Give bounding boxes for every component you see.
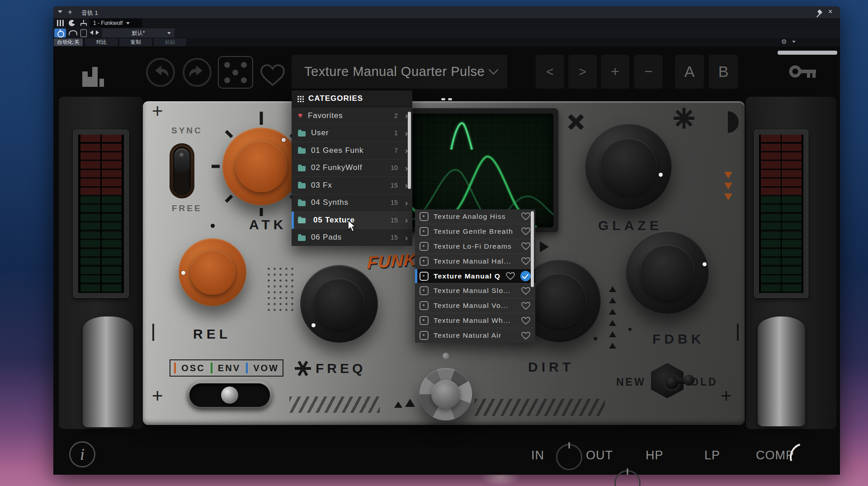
heart-outline-icon[interactable] xyxy=(521,227,531,236)
heart-outline-icon[interactable] xyxy=(521,331,531,340)
new-label: NEW xyxy=(616,376,646,388)
preset-combo-arrow-icon[interactable] xyxy=(167,32,171,34)
save-preset-button[interactable]: + xyxy=(601,55,629,89)
fdbk-knob[interactable] xyxy=(626,231,709,314)
rel-knob[interactable] xyxy=(179,238,246,306)
heart-icon: ♥ xyxy=(298,112,302,119)
ab-slot-b-button[interactable]: B xyxy=(709,55,738,89)
heart-outline-icon[interactable] xyxy=(521,302,531,310)
preset-item[interactable]: Texture Analog Hiss xyxy=(415,209,535,224)
osc-color-bar xyxy=(174,363,176,373)
preset-label: Texture Manual Hal... xyxy=(434,257,516,265)
grid-icon xyxy=(297,95,304,102)
horizontal-scrollbar[interactable] xyxy=(778,51,837,55)
right-foot-cylinder xyxy=(758,316,805,426)
center-metal-knob[interactable] xyxy=(420,368,472,420)
freq-knob[interactable] xyxy=(300,265,378,343)
category-label: 03 Fx xyxy=(311,181,382,190)
routing-icon[interactable] xyxy=(80,19,88,27)
redo-button[interactable] xyxy=(183,58,212,87)
folder-icon xyxy=(298,218,306,223)
preset-label: Texture Lo-Fi Dreams xyxy=(434,242,516,250)
morph-slider-handle[interactable] xyxy=(221,387,238,404)
in-knob[interactable] xyxy=(556,444,582,470)
instrument-slot-label: 1 - Funkwolf xyxy=(93,20,123,26)
sync-free-toggle[interactable] xyxy=(170,143,194,198)
atk-knob[interactable] xyxy=(222,127,300,205)
category-item-favorites[interactable]: ♥ Favorites 2 › xyxy=(292,107,412,125)
instrument-slot-dropdown[interactable]: 1 - Funkwolf xyxy=(90,19,142,28)
window-collapse-icon[interactable] xyxy=(58,10,62,13)
gear-icon[interactable]: ⚙ xyxy=(781,38,787,45)
mode-selector[interactable]: OSC ENV VOW xyxy=(170,359,283,377)
paste-button[interactable]: 粘贴 xyxy=(154,38,186,46)
channel-strip-icon[interactable] xyxy=(57,20,64,26)
randomize-dice-button[interactable] xyxy=(218,56,253,89)
heart-outline-icon[interactable] xyxy=(521,316,531,325)
copy-button[interactable]: 复制 xyxy=(119,38,152,46)
osc-label[interactable]: OSC xyxy=(181,363,205,373)
daw-preset-combo[interactable]: 默认* xyxy=(102,28,175,38)
license-key-icon[interactable] xyxy=(789,62,817,80)
hatch-decoration xyxy=(475,399,605,416)
add-track-button[interactable]: + xyxy=(68,8,72,17)
category-count: 10 xyxy=(387,164,398,171)
category-item-fx[interactable]: 03 Fx 15 › xyxy=(292,177,412,194)
heart-outline-icon[interactable] xyxy=(521,242,531,250)
favorite-heart-button[interactable] xyxy=(259,63,287,87)
preset-name-dropdown[interactable]: Texture Manual Quarter Pulse xyxy=(292,55,507,89)
next-preset-button[interactable]: > xyxy=(568,55,597,89)
heart-outline-icon[interactable] xyxy=(521,257,531,265)
rel-label: REL xyxy=(193,326,231,342)
preset-list-scrollbar[interactable] xyxy=(531,211,534,287)
category-item-user[interactable]: User 1 › xyxy=(292,125,412,142)
close-icon[interactable]: × xyxy=(828,8,832,16)
heart-outline-icon[interactable] xyxy=(521,287,531,295)
knob-view-icon[interactable] xyxy=(69,20,75,26)
env-color-bar xyxy=(211,363,212,373)
heart-outline-icon[interactable] xyxy=(505,272,515,280)
out-label: OUT xyxy=(586,448,613,462)
bypass-power-button[interactable] xyxy=(54,28,66,38)
triangle-decoration xyxy=(405,399,415,407)
window-titlebar[interactable] xyxy=(53,6,840,18)
daw-preset-label: 默认* xyxy=(132,29,145,37)
preset-item[interactable]: Texture Lo-Fi Dreams xyxy=(415,239,535,254)
pin-icon[interactable] xyxy=(816,10,824,17)
undo-button[interactable] xyxy=(146,58,175,87)
dot-grid-decoration xyxy=(266,266,295,313)
dirt-label: DIRT xyxy=(528,359,574,375)
delete-preset-button[interactable]: − xyxy=(634,55,663,89)
prev-preset-button[interactable]: < xyxy=(536,55,564,89)
info-button[interactable]: i xyxy=(69,441,95,467)
vow-color-bar xyxy=(246,363,248,373)
compare-button[interactable]: 对比 xyxy=(85,38,118,46)
vow-label[interactable]: VOW xyxy=(253,363,279,373)
category-item-funkywolf[interactable]: 02 FunkyWolf 10 › xyxy=(292,160,412,177)
free-label: FREE xyxy=(172,203,202,213)
morph-slider[interactable] xyxy=(187,381,273,410)
categories-scrollbar[interactable] xyxy=(408,112,411,189)
env-label[interactable]: ENV xyxy=(218,363,241,373)
category-label: 05 Texture xyxy=(311,216,382,225)
preset-file-icon[interactable] xyxy=(80,29,87,37)
preset-item[interactable]: Texture Natural Air xyxy=(415,328,535,343)
preset-item[interactable]: Texture Manual Vo... xyxy=(415,298,535,313)
settings-arrow-icon[interactable] xyxy=(792,41,796,43)
preset-item[interactable]: Texture Gentle Breath xyxy=(415,224,535,239)
next-preset-icon[interactable] xyxy=(96,30,99,35)
category-item-synths[interactable]: 04 Synths 15 › xyxy=(292,194,412,212)
freq-knob-indicator xyxy=(311,323,316,327)
ab-slot-a-button[interactable]: A xyxy=(675,55,704,89)
preset-item[interactable]: Texture Manual Wh... xyxy=(415,313,535,328)
preset-item[interactable]: Texture Manual Slo... xyxy=(415,283,535,298)
preset-item[interactable]: Texture Manual Hal... xyxy=(415,254,535,269)
automation-button[interactable]: 自动化:关 xyxy=(54,38,83,46)
sync-free-toggle-knob[interactable] xyxy=(175,148,189,174)
prev-preset-icon[interactable] xyxy=(90,30,93,35)
glaze-knob[interactable] xyxy=(585,123,672,210)
knob-mode-icon[interactable] xyxy=(69,30,77,35)
category-item-gees-funk[interactable]: 01 Gees Funk 7 › xyxy=(292,142,412,160)
preset-item-selected[interactable]: Texture Manual Qu... xyxy=(415,269,535,284)
heart-outline-icon[interactable] xyxy=(521,212,531,221)
